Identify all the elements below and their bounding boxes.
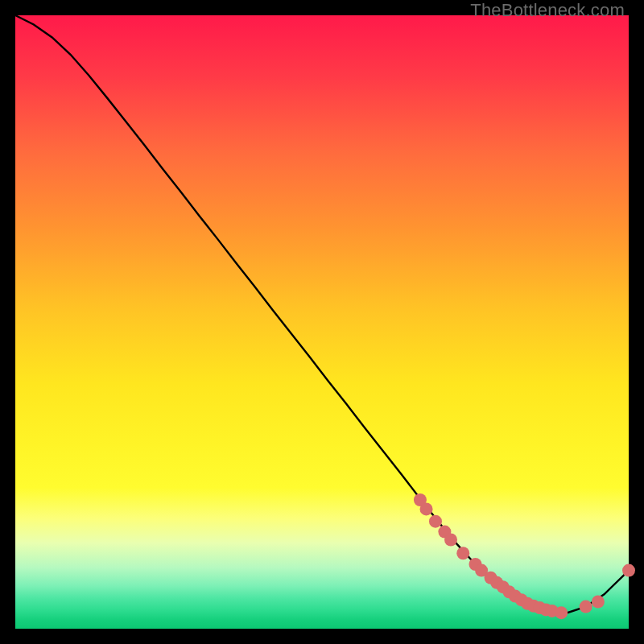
data-point <box>456 547 469 559</box>
data-point <box>429 515 442 528</box>
curve-line <box>15 15 629 613</box>
data-point <box>444 534 457 547</box>
data-point <box>592 595 605 608</box>
data-point <box>622 564 635 577</box>
chart-svg <box>15 15 629 629</box>
highlighted-points <box>414 493 635 619</box>
data-point <box>555 606 568 619</box>
data-point <box>420 502 433 515</box>
data-point <box>580 601 592 613</box>
